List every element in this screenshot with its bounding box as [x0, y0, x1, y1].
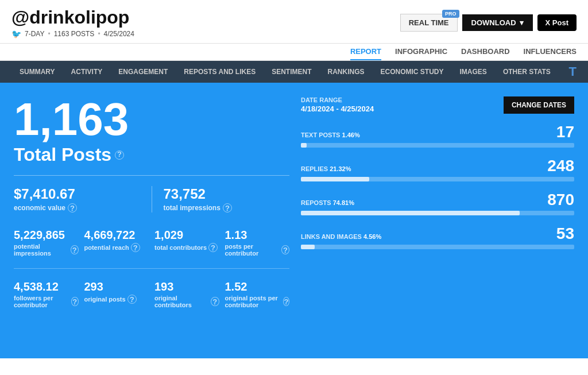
meta-date: 4/25/2024: [104, 30, 134, 38]
tab-infographic[interactable]: INFOGRAPHIC: [395, 47, 447, 60]
stat-original-contributors: 193 original contributors ?: [154, 280, 219, 308]
subnav-reposts[interactable]: REPOSTS AND LIKES: [176, 61, 264, 83]
pi-help-icon[interactable]: ?: [71, 245, 79, 254]
total-posts-label: Total Posts ?: [14, 145, 289, 165]
header-right: PRO REAL TIME DOWNLOAD ▾ X Post: [400, 14, 577, 32]
subnav-sentiment[interactable]: SENTIMENT: [264, 61, 319, 83]
subnav-engagement[interactable]: ENGAGEMENT: [110, 61, 176, 83]
economic-value: $7,410.67: [14, 186, 140, 202]
left-panel: 1,163 Total Posts ? $7,410.67 economic v…: [14, 96, 289, 345]
header-meta: 🐦 7-DAY • 1163 POSTS • 4/25/2024: [11, 29, 134, 38]
oc-help-icon[interactable]: ?: [211, 297, 219, 306]
change-dates-button[interactable]: CHANGE DATES: [504, 96, 574, 114]
realtime-button[interactable]: PRO REAL TIME: [400, 14, 458, 32]
main-content: 1,163 Total Posts ? $7,410.67 economic v…: [0, 83, 588, 358]
total-impressions: 73,752: [164, 186, 290, 202]
subnav-economic[interactable]: ECONOMIC STUDY: [373, 61, 452, 83]
stat-potential-impressions: 5,229,865 potential impressions ?: [14, 229, 79, 257]
header-left: @drinkolipop 🐦 7-DAY • 1163 POSTS • 4/25…: [11, 7, 134, 38]
economic-value-col: $7,410.67 economic value ?: [14, 186, 152, 212]
stat-potential-reach: 4,669,722 potential reach ?: [84, 229, 149, 257]
subnav-otherstats[interactable]: OTHER STATS: [495, 61, 559, 83]
chevron-down-icon: ▾: [520, 18, 524, 27]
bar-stat-replies: REPLIES 21.32% 248: [301, 158, 574, 181]
impressions-label: total impressions ?: [164, 203, 290, 212]
stat-followers-per-contributor: 4,538.12 followers per contributor ?: [14, 280, 79, 308]
tab-influencers[interactable]: INFLUENCERS: [524, 47, 577, 60]
stats-row: $7,410.67 economic value ? 73,752 total …: [14, 186, 289, 212]
tab-report[interactable]: REPORT: [350, 47, 381, 60]
brand-name: @drinkolipop: [11, 7, 134, 28]
fpc-help-icon[interactable]: ?: [71, 297, 78, 306]
subnav-activity[interactable]: ACTIVITY: [63, 61, 111, 83]
brand-logo-icon: T: [569, 64, 577, 79]
bottom-stats: 5,229,865 potential impressions ? 4,669,…: [14, 229, 289, 308]
meta-period: 7-DAY: [25, 30, 44, 38]
total-posts-number: 1,163: [14, 96, 289, 142]
pr-help-icon[interactable]: ?: [131, 243, 140, 252]
header: @drinkolipop 🐦 7-DAY • 1163 POSTS • 4/25…: [0, 0, 588, 44]
tc-help-icon[interactable]: ?: [208, 243, 218, 252]
economic-label: economic value ?: [14, 203, 140, 212]
economic-help-icon[interactable]: ?: [68, 203, 77, 212]
date-range-info: DATE RANGE 4/18/2024 - 4/25/2024: [301, 96, 374, 113]
nav-tabs: REPORT INFOGRAPHIC DASHBOARD INFLUENCERS: [0, 44, 588, 61]
total-posts-help-icon[interactable]: ?: [115, 150, 124, 160]
subnav-rankings[interactable]: RANKINGS: [320, 61, 373, 83]
meta-posts: 1163 POSTS: [54, 30, 95, 38]
right-panel: DATE RANGE 4/18/2024 - 4/25/2024 CHANGE …: [301, 96, 574, 345]
date-range-row: DATE RANGE 4/18/2024 - 4/25/2024 CHANGE …: [301, 96, 574, 114]
ppc-help-icon[interactable]: ?: [281, 245, 289, 254]
stat-original-posts: 293 original posts ?: [84, 280, 149, 308]
pro-badge: PRO: [442, 10, 459, 18]
impressions-col: 73,752 total impressions ?: [152, 186, 290, 212]
subnav-summary[interactable]: SUMMARY: [11, 61, 63, 83]
date-range-value: 4/18/2024 - 4/25/2024: [301, 105, 374, 113]
divider: [14, 175, 289, 176]
impressions-help-icon[interactable]: ?: [223, 203, 232, 212]
sub-nav: SUMMARY ACTIVITY ENGAGEMENT REPOSTS AND …: [0, 61, 588, 83]
twitter-icon: 🐦: [11, 29, 21, 38]
stat-original-posts-per-contributor: 1.52 original posts per contributor ?: [225, 280, 290, 308]
bar-stat-text-posts: TEXT POSTS 1.46% 17: [301, 124, 574, 148]
tab-dashboard[interactable]: DASHBOARD: [461, 47, 510, 60]
bar-stat-links-images: LINKS AND IMAGES 4.56% 53: [301, 226, 574, 249]
date-range-label: DATE RANGE: [301, 96, 374, 103]
op-help-icon[interactable]: ?: [127, 295, 137, 304]
stat-total-contributors: 1,029 total contributors ?: [154, 229, 219, 257]
subnav-images[interactable]: IMAGES: [452, 61, 495, 83]
download-button[interactable]: DOWNLOAD ▾: [462, 14, 533, 31]
xpost-button[interactable]: X Post: [537, 14, 577, 31]
stat-posts-per-contributor: 1.13 posts per contributor ?: [225, 229, 290, 257]
bar-stat-reposts: REPOSTS 74.81% 870: [301, 192, 574, 215]
oppc-help-icon[interactable]: ?: [283, 297, 289, 306]
